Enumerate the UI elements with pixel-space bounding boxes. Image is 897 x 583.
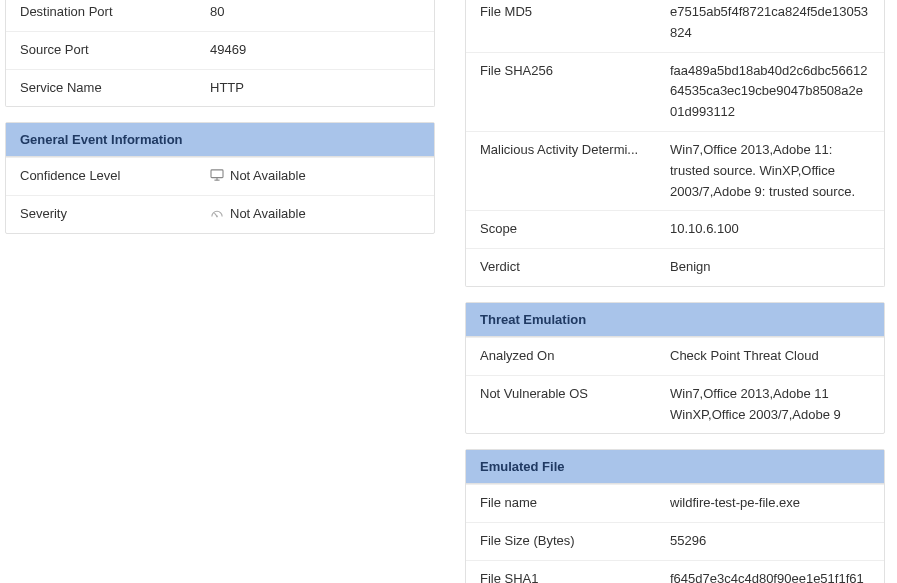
row-label: File MD5 (480, 2, 670, 44)
row-value: Win7,Office 2013,Adobe 11: trusted sourc… (670, 140, 870, 202)
emulated-file-panel: Emulated File File name wildfire-test-pe… (465, 449, 885, 583)
row-value-text: Not Available (230, 206, 306, 221)
row-value: Benign (670, 257, 870, 278)
table-row: File MD5 e7515ab5f4f8721ca824f5de1305382… (466, 0, 884, 52)
row-value: 80 (210, 2, 420, 23)
row-value: Not Available (210, 166, 420, 187)
row-label: File SHA256 (480, 61, 670, 123)
row-value: HTTP (210, 78, 420, 99)
table-row: Not Vulnerable OS Win7,Office 2013,Adobe… (466, 375, 884, 434)
row-label: File name (480, 493, 670, 514)
row-value: Not Available (210, 204, 420, 225)
connection-panel: Destination Port 80 Source Port 49469 Se… (5, 0, 435, 107)
row-label: Destination Port (20, 2, 210, 23)
row-value: Win7,Office 2013,Adobe 11 WinXP,Office 2… (670, 384, 870, 426)
row-label: File Size (Bytes) (480, 531, 670, 552)
row-label: Confidence Level (20, 166, 210, 187)
row-label: Service Name (20, 78, 210, 99)
file-details-panel: File MD5 e7515ab5f4f8721ca824f5de1305382… (465, 0, 885, 287)
panel-header-threat-emulation: Threat Emulation (466, 303, 884, 337)
monitor-icon (210, 169, 224, 181)
row-value: e7515ab5f4f8721ca824f5de13053824 (670, 2, 870, 44)
row-label: Analyzed On (480, 346, 670, 367)
table-row: File SHA256 faa489a5bd18ab40d2c6dbc56612… (466, 52, 884, 131)
row-value: faa489a5bd18ab40d2c6dbc5661264535ca3ec19… (670, 61, 870, 123)
row-value: 55296 (670, 531, 870, 552)
general-event-panel: General Event Information Confidence Lev… (5, 122, 435, 234)
table-row: File SHA1 f645d7e3c4c4d80f90ee1e51f1f61b… (466, 560, 884, 583)
row-label: Scope (480, 219, 670, 240)
table-row: Analyzed On Check Point Threat Cloud (466, 337, 884, 375)
row-value: 49469 (210, 40, 420, 61)
table-row: Confidence Level Not Available (6, 157, 434, 195)
table-row: Severity Not Available (6, 195, 434, 233)
row-value: 10.10.6.100 (670, 219, 870, 240)
svg-point-4 (216, 216, 218, 218)
table-row: Service Name HTTP (6, 69, 434, 107)
row-label: Malicious Activity Determi... (480, 140, 670, 202)
table-row: Destination Port 80 (6, 0, 434, 31)
threat-emulation-panel: Threat Emulation Analyzed On Check Point… (465, 302, 885, 434)
row-value: f645d7e3c4c4d80f90ee1e51f1f61bd90c04b721 (670, 569, 870, 583)
table-row: Scope 10.10.6.100 (466, 210, 884, 248)
row-label: Source Port (20, 40, 210, 61)
table-row: Malicious Activity Determi... Win7,Offic… (466, 131, 884, 210)
table-row: Verdict Benign (466, 248, 884, 286)
row-label: Not Vulnerable OS (480, 384, 670, 426)
row-value: wildfire-test-pe-file.exe (670, 493, 870, 514)
svg-rect-0 (211, 170, 223, 178)
row-label: Severity (20, 204, 210, 225)
row-value-text: Not Available (230, 168, 306, 183)
row-label: Verdict (480, 257, 670, 278)
gauge-icon (210, 207, 224, 219)
table-row: File name wildfire-test-pe-file.exe (466, 484, 884, 522)
panel-header-emulated-file: Emulated File (466, 450, 884, 484)
row-label: File SHA1 (480, 569, 670, 583)
table-row: File Size (Bytes) 55296 (466, 522, 884, 560)
panel-header-general: General Event Information (6, 123, 434, 157)
row-value: Check Point Threat Cloud (670, 346, 870, 367)
table-row: Source Port 49469 (6, 31, 434, 69)
